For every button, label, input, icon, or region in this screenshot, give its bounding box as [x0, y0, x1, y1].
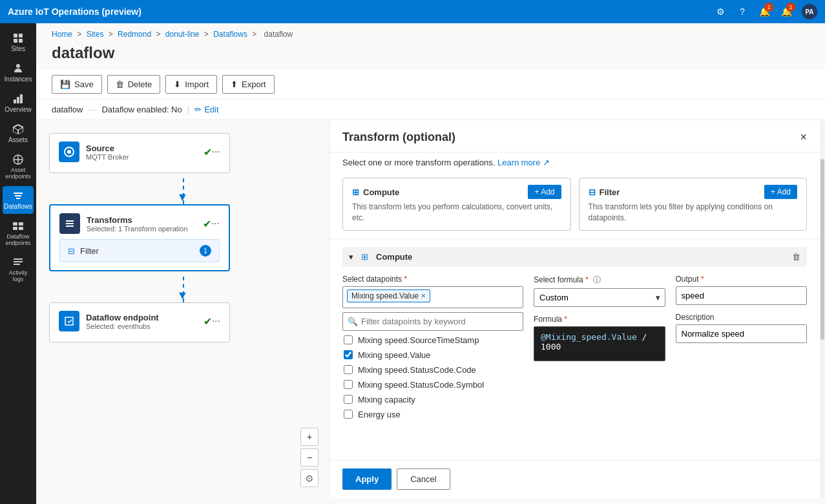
- flow-canvas[interactable]: Source MQTT Broker ✔ ··· ▼: [36, 120, 329, 498]
- svg-point-4: [16, 64, 20, 68]
- alerts-icon[interactable]: 🔔 1: [780, 5, 793, 18]
- panel-scrollbar[interactable]: [820, 120, 825, 498]
- compute-section: ▾ ⊞ Compute 🗑 Select datapoints *: [329, 239, 820, 460]
- svg-rect-13: [14, 258, 23, 260]
- destination-status-icon: ✔: [204, 315, 212, 328]
- breadcrumb-dataflows[interactable]: Dataflows: [213, 30, 247, 39]
- checkbox-energy-use[interactable]: Energy use: [342, 408, 523, 421]
- svg-rect-15: [14, 264, 20, 265]
- source-info: Source MQTT Broker: [86, 143, 204, 161]
- zoom-in-button[interactable]: +: [300, 428, 319, 446]
- filter-add-button[interactable]: + Add: [764, 185, 797, 199]
- filter-datapoints-input[interactable]: [342, 312, 523, 331]
- scrollbar-thumb[interactable]: [820, 159, 824, 340]
- filter-card: ⊟ Filter + Add This transform lets you f…: [579, 178, 808, 231]
- checkbox-mixing-speed-sourcetimestamp[interactable]: Mixing speed.SourceTimeStamp: [342, 333, 523, 347]
- destination-subtitle: Selected: eventhubs: [86, 322, 204, 330]
- filter-card-desc: This transform lets you filter by applyi…: [589, 202, 798, 224]
- output-label: Output *: [676, 275, 808, 284]
- formula-select-wrap: Custom Add Subtract Multiply Divide ▾: [534, 288, 665, 307]
- output-input[interactable]: [676, 286, 808, 305]
- destination-menu-icon[interactable]: ···: [212, 315, 220, 327]
- source-icon: [59, 142, 79, 162]
- tag-remove-button[interactable]: ×: [421, 291, 426, 300]
- source-menu-icon[interactable]: ···: [212, 146, 220, 158]
- notifications-icon[interactable]: 🔔 1: [758, 5, 771, 18]
- import-button[interactable]: ⬇ Import: [165, 75, 217, 94]
- destination-node[interactable]: Dataflow endpoint Selected: eventhubs ✔ …: [49, 302, 230, 342]
- sidebar-label-activity-logs: Activity logs: [5, 269, 31, 282]
- compute-card: ⊞ Compute + Add This transform lets you …: [342, 178, 571, 231]
- source-subtitle: MQTT Broker: [86, 153, 204, 161]
- checkbox-mixing-speed-value[interactable]: Mixing speed.Value: [342, 348, 523, 362]
- compute-section-title: Compute: [376, 252, 412, 262]
- checkbox-mixing-speed-statuscode-symbol[interactable]: Mixing speed.StatusCode.Symbol: [342, 378, 523, 392]
- learn-more-link[interactable]: Learn more ↗: [497, 158, 550, 167]
- checkbox-list: Mixing speed.SourceTimeStamp Mixing spee…: [342, 333, 523, 421]
- export-button[interactable]: ⬆ Export: [222, 75, 275, 94]
- output-group: Output *: [676, 275, 808, 305]
- sidebar-label-dataflow-endpoints: Dataflow endpoints: [5, 233, 31, 246]
- cancel-button[interactable]: Cancel: [397, 468, 450, 490]
- transform-cards: ⊞ Compute + Add This transform lets you …: [329, 173, 820, 239]
- svg-rect-6: [17, 97, 19, 103]
- main-content: Home > Sites > Redmond > donut-line > Da…: [36, 23, 825, 504]
- compute-collapse-button[interactable]: ▾: [349, 252, 353, 262]
- arrow-down-1: ▼: [177, 191, 189, 204]
- compute-add-button[interactable]: + Add: [528, 185, 561, 199]
- sidebar-item-instances[interactable]: Instances: [3, 59, 34, 87]
- sidebar-item-overview[interactable]: Overview: [3, 89, 34, 117]
- description-input[interactable]: [676, 324, 808, 343]
- topbar-icons: ⚙ ? 🔔 1 🔔 1 PA: [714, 4, 817, 19]
- canvas-controls: + − ⊙: [300, 428, 319, 487]
- sidebar-item-sites[interactable]: Sites: [3, 28, 34, 56]
- sidebar-label-instances: Instances: [5, 76, 32, 83]
- formula-select[interactable]: Custom Add Subtract Multiply Divide: [534, 288, 665, 307]
- sidebar-item-dataflow-endpoints[interactable]: Dataflow endpoints: [3, 216, 34, 250]
- checkbox-mixing-speed-statuscode-code[interactable]: Mixing speed.StatusCode.Code: [342, 363, 523, 377]
- compute-delete-button[interactable]: 🗑: [792, 252, 800, 262]
- avatar[interactable]: PA: [802, 4, 817, 19]
- breadcrumb-home[interactable]: Home: [52, 30, 72, 39]
- sidebar-item-assets[interactable]: Assets: [3, 120, 34, 147]
- sidebar-item-asset-endpoints[interactable]: Asset endpoints: [3, 150, 34, 184]
- settings-icon[interactable]: ⚙: [714, 5, 727, 18]
- tags-input[interactable]: Mixing speed.Value ×: [342, 286, 523, 308]
- sidebar-label-assets: Assets: [8, 136, 28, 143]
- filter-inner-node[interactable]: ⊟ Filter 1: [59, 239, 220, 262]
- panel-subtitle: Select one or more transform operations.…: [329, 152, 820, 173]
- breadcrumb-redmond[interactable]: Redmond: [118, 30, 151, 39]
- delete-icon: 🗑: [116, 79, 124, 89]
- transforms-node[interactable]: Transforms Selected: 1 Transform operati…: [49, 204, 230, 271]
- select-formula-label: Select formula * ⓘ: [534, 275, 665, 286]
- panel-footer: Apply Cancel: [329, 460, 820, 498]
- notifications-badge: 1: [764, 3, 773, 12]
- panel-close-button[interactable]: ×: [800, 131, 807, 144]
- svg-rect-9: [13, 222, 17, 226]
- svg-rect-5: [14, 100, 16, 103]
- save-button[interactable]: 💾 Save: [52, 75, 102, 94]
- source-node[interactable]: Source MQTT Broker ✔ ···: [49, 133, 230, 173]
- sidebar-item-activity-logs[interactable]: Activity logs: [3, 253, 34, 286]
- filter-icon: ⊟: [68, 246, 75, 256]
- delete-button[interactable]: 🗑 Delete: [107, 75, 161, 94]
- breadcrumb-sites[interactable]: Sites: [87, 30, 104, 39]
- fit-button[interactable]: ⊙: [300, 469, 319, 487]
- transforms-icon: [59, 213, 80, 234]
- select-datapoints-group: Select datapoints * Mixing speed.Value ×: [342, 275, 523, 421]
- apply-button[interactable]: Apply: [342, 468, 392, 490]
- transforms-menu-icon[interactable]: ···: [211, 218, 220, 229]
- svg-rect-10: [19, 222, 23, 226]
- zoom-out-button[interactable]: −: [300, 448, 319, 467]
- edit-button[interactable]: ✏ Edit: [194, 105, 218, 114]
- export-icon: ⬆: [231, 79, 238, 89]
- svg-point-16: [67, 150, 71, 154]
- sidebar-label-asset-endpoints: Asset endpoints: [5, 167, 31, 180]
- breadcrumb-donut-line[interactable]: donut-line: [165, 30, 200, 39]
- help-icon[interactable]: ?: [736, 5, 749, 18]
- edit-icon: ✏: [194, 105, 202, 114]
- status-bar: dataflow — Dataflow enabled: No | ✏ Edit: [36, 100, 825, 120]
- sidebar-item-dataflows[interactable]: Dataflows: [3, 186, 34, 214]
- page-header: dataflow: [36, 41, 825, 70]
- checkbox-mixing-capacity[interactable]: Mixing capacity: [342, 393, 523, 406]
